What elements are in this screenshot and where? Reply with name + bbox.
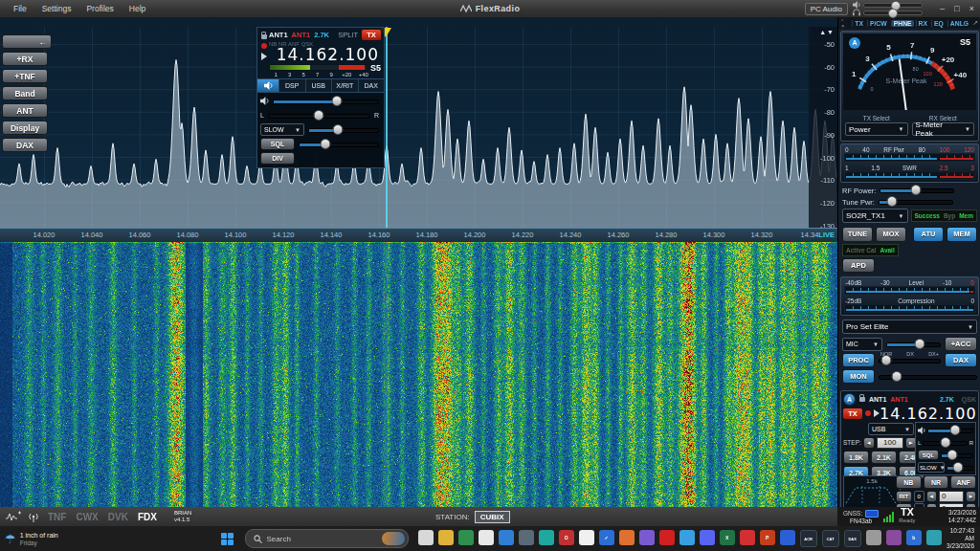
mode-button-tnf[interactable]: TNF bbox=[48, 512, 66, 522]
agc-threshold-slider[interactable] bbox=[308, 125, 379, 135]
anf-button[interactable]: ANF bbox=[950, 475, 976, 489]
mon-button[interactable]: MON bbox=[842, 369, 875, 384]
tab-dax[interactable]: DAX bbox=[358, 79, 385, 92]
mon-slider[interactable] bbox=[879, 372, 977, 382]
lock-icon[interactable] bbox=[261, 34, 267, 39]
tab-eq[interactable]: EQ bbox=[931, 20, 946, 27]
rx-antenna-label[interactable]: ANT1 bbox=[269, 31, 288, 39]
slice-b-marker[interactable]: A bbox=[843, 393, 856, 406]
taskbar-app-icon[interactable]: b bbox=[906, 530, 922, 545]
taskbar-app-icon[interactable] bbox=[458, 530, 474, 545]
search-box[interactable]: Search bbox=[245, 529, 409, 548]
taskbar-app-icon[interactable] bbox=[479, 530, 494, 545]
broadcast-icon[interactable] bbox=[27, 511, 40, 522]
tab-x-rit[interactable]: X/RIT bbox=[331, 79, 358, 92]
taskbar-app-icon[interactable] bbox=[926, 530, 942, 545]
rit-down-button[interactable]: ◄ bbox=[926, 491, 937, 502]
tx-button[interactable]: TX bbox=[362, 30, 381, 40]
squelch-button[interactable]: SQL bbox=[260, 138, 295, 150]
step-value[interactable]: 100 bbox=[877, 437, 903, 449]
minimize-button[interactable]: – bbox=[940, 4, 945, 13]
global-profile[interactable]: BRIAN v4.1.5 bbox=[174, 510, 191, 523]
taskbar-app-icon[interactable] bbox=[639, 530, 655, 545]
db-scale[interactable]: ▲▼ -50-60-70-80-90-100-110-120-130 bbox=[809, 27, 837, 228]
frequency-axis[interactable]: LIVE 14.02014.04014.06014.08014.10014.12… bbox=[0, 228, 837, 242]
taskbar-app-icon[interactable]: DAX bbox=[844, 530, 861, 547]
menu-item-profiles[interactable]: Profiles bbox=[78, 4, 121, 13]
pc-speaker-slider[interactable] bbox=[863, 3, 923, 8]
tx-button[interactable]: TX bbox=[843, 408, 862, 419]
taskbar-app-icon[interactable] bbox=[539, 530, 554, 545]
tab-p/cw[interactable]: P/CW bbox=[867, 20, 889, 27]
taskbar-app-icon[interactable] bbox=[700, 530, 715, 545]
mic-source-select[interactable]: MIC▼ bbox=[842, 338, 882, 351]
tab-rx[interactable]: RX bbox=[916, 20, 929, 27]
record-icon[interactable] bbox=[261, 43, 267, 49]
mode-button-cwx[interactable]: CWX bbox=[76, 512, 98, 522]
volume-slider[interactable] bbox=[273, 97, 379, 106]
pan-slider[interactable] bbox=[268, 111, 370, 121]
search-highlight-thumbnail[interactable] bbox=[382, 532, 405, 545]
pc-phones-slider[interactable] bbox=[863, 11, 923, 15]
rit-up-button[interactable]: ► bbox=[966, 491, 976, 502]
filter-2.1k[interactable]: 2.1K bbox=[871, 451, 897, 464]
rx-meter-select[interactable]: S-Meter Peak▼ bbox=[912, 122, 975, 136]
tune-power-slider[interactable] bbox=[879, 197, 953, 207]
volume-slider[interactable] bbox=[927, 426, 973, 435]
sidebar-button-rx[interactable]: +RX bbox=[2, 52, 48, 66]
tab-usb[interactable]: USB bbox=[305, 79, 332, 92]
tune-button[interactable]: TUNE bbox=[842, 227, 873, 242]
mic-profile-select[interactable]: Pro Set Elite▼ bbox=[842, 320, 977, 334]
tab-anlg[interactable]: ANLG bbox=[947, 20, 970, 27]
proc-button[interactable]: PROC bbox=[842, 353, 875, 367]
taskbar-app-icon[interactable]: P bbox=[760, 530, 775, 545]
mode-button-dvk[interactable]: DVK bbox=[108, 512, 128, 522]
menu-item-file[interactable]: File bbox=[6, 4, 34, 13]
mode-select[interactable]: USB▼ bbox=[868, 423, 914, 435]
squelch-slider[interactable] bbox=[299, 140, 379, 149]
taskbar-clock[interactable]: 10:27:43 AM 3/23/2026 bbox=[942, 527, 980, 550]
taskbar-app-icon[interactable] bbox=[519, 530, 534, 545]
rf-power-slider[interactable] bbox=[880, 186, 954, 195]
close-button[interactable]: × bbox=[969, 4, 974, 13]
menu-item-help[interactable]: Help bbox=[122, 4, 153, 13]
waterfall-canvas[interactable] bbox=[0, 241, 837, 507]
dax-button[interactable]: DAX bbox=[945, 353, 977, 367]
squelch-button[interactable]: SQL bbox=[918, 450, 939, 460]
diversity-button[interactable]: DIV bbox=[260, 152, 295, 165]
nr-button[interactable]: NR bbox=[924, 475, 949, 489]
scale-updown-icon[interactable]: ▲▼ bbox=[819, 29, 835, 35]
sidebar-button-band[interactable]: Band bbox=[2, 86, 48, 100]
taskbar-app-icon[interactable]: X bbox=[720, 530, 735, 545]
panadapter-canvas[interactable] bbox=[0, 17, 837, 228]
frequency-display[interactable]: 14.162.100 bbox=[269, 47, 381, 62]
weather-widget[interactable]: ☂ 1 inch of rain Friday bbox=[0, 532, 104, 546]
station-name[interactable]: CUBIX bbox=[475, 511, 510, 523]
taskbar-app-icon[interactable] bbox=[780, 530, 795, 545]
taskbar-app-icon[interactable] bbox=[619, 530, 635, 545]
taskbar-app-icon[interactable] bbox=[579, 530, 594, 545]
panel-window-icons[interactable]: ▫ × bbox=[841, 17, 848, 29]
expand-icon[interactable]: ↗ bbox=[972, 19, 978, 27]
sidebar-button-dax[interactable]: DAX bbox=[2, 138, 48, 152]
taskbar-app-icon[interactable] bbox=[499, 530, 514, 545]
tab-tx[interactable]: TX bbox=[852, 20, 865, 27]
tx-meter-select[interactable]: Power▼ bbox=[845, 122, 908, 136]
pan-slider[interactable] bbox=[923, 438, 967, 448]
rx-antenna-label[interactable]: ANT1 bbox=[869, 396, 886, 403]
play-icon[interactable] bbox=[261, 53, 267, 60]
sidebar-button-display[interactable]: Display bbox=[2, 121, 48, 135]
frequency-display[interactable]: 14.162.100 bbox=[880, 405, 980, 423]
menu-item-settings[interactable]: Settings bbox=[34, 4, 79, 13]
taskbar-app-icon[interactable]: ACR bbox=[800, 530, 817, 547]
agc-select[interactable]: SLOW▼ bbox=[260, 123, 304, 136]
record-icon[interactable] bbox=[865, 410, 871, 416]
filter-1.8k[interactable]: 1.8K bbox=[843, 451, 869, 464]
filter-width-label[interactable]: 2.7K bbox=[940, 396, 954, 403]
rit-value[interactable]: 0 bbox=[939, 491, 964, 502]
rit-step[interactable]: 0 bbox=[914, 491, 924, 502]
mode-button-fdx[interactable]: FDX bbox=[138, 512, 157, 522]
nb-button[interactable]: NB bbox=[896, 475, 922, 489]
taskbar-app-icon[interactable]: O bbox=[559, 530, 574, 545]
agc-threshold-slider[interactable] bbox=[947, 463, 973, 473]
